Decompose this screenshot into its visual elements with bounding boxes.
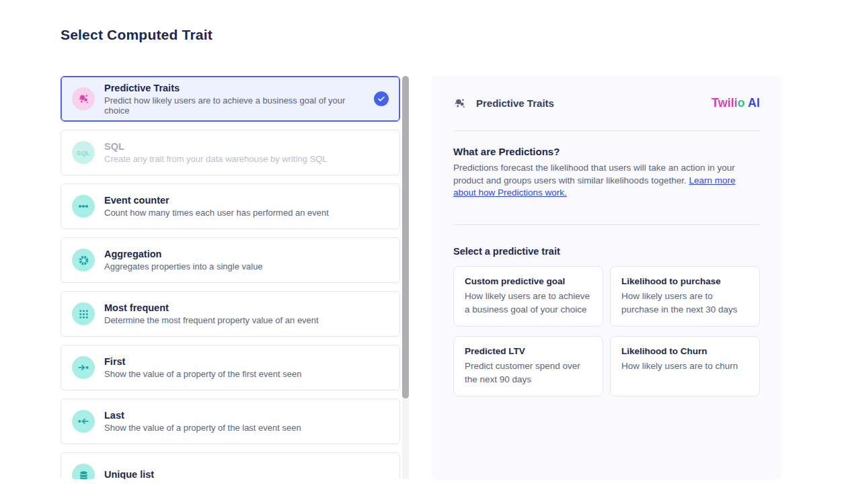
trait-item-text: First Show the value of a property of th… [104,356,301,379]
predictive-trait-card-title: Likelihood to purchase [621,276,748,286]
page-title: Select Computed Trait [61,27,213,43]
predictive-trait-card-description: How likely users are to achieve a busine… [465,290,592,317]
sql-icon: SQL [72,141,95,164]
trait-list-item[interactable]: Event counter Count how many times each … [61,183,400,229]
trait-item-description: Count how many times each user has perfo… [104,208,329,218]
trait-item-title: Most frequent [104,302,319,313]
predictive-trait-grid: Custom predictive goal How likely users … [453,266,760,396]
trait-item-description: Predict how likely users are to achieve … [104,95,364,116]
predictive-trait-card-title: Custom predictive goal [465,276,592,286]
trait-list-item[interactable]: Unique list [61,452,400,479]
trait-list-item[interactable]: Predictive Traits Predict how likely use… [61,76,400,122]
trait-item-text: Unique list [104,469,154,480]
computed-trait-list: Predictive Traits Predict how likely use… [61,76,400,479]
divider [453,130,760,131]
trait-item-description: Show the value of a property of the firs… [104,369,301,379]
trait-item-title: Aggregation [104,249,263,259]
trait-item-text: Aggregation Aggregates properties into a… [104,249,263,271]
predictive-trait-picker-heading: Select a predictive trait [453,246,760,257]
trait-list-item[interactable]: SQL SQL Create any trait from your data … [61,130,400,175]
predictive-trait-card[interactable]: Likelihood to purchase How likely users … [610,266,760,327]
event-counter-icon [72,195,95,218]
trait-item-title: Event counter [104,195,329,206]
trait-list-item[interactable]: Aggregation Aggregates properties into a… [61,237,400,283]
trait-detail-panel: Predictive Traits Twilio AI What are Pre… [432,76,781,479]
predictive-trait-card[interactable]: Predicted LTV Predict customer spend ove… [453,336,603,396]
trait-list-item[interactable]: Last Show the value of a property of the… [61,398,400,444]
first-arrow-icon [72,356,95,379]
detail-panel-title: Predictive Traits [476,97,554,109]
predictive-trait-card[interactable]: Likelihood to Churn How likely users are… [610,336,760,396]
trait-item-title: Unique list [104,469,154,480]
trait-list-item[interactable]: First Show the value of a property of th… [61,345,400,390]
aggregation-gear-icon [72,249,95,271]
trait-item-text: Event counter Count how many times each … [104,195,329,218]
trait-item-description: Determine the most frequent property val… [104,315,319,325]
trait-item-description: Show the value of a property of the last… [104,423,301,433]
selected-check-badge [374,91,389,106]
predictive-trait-card-description: How likely users are to purchase in the … [621,290,748,317]
grid-dots-icon [72,302,95,325]
predictive-trait-card-description: How likely users are to churn [621,360,748,373]
predictive-trait-card-description: Predict customer spend over the next 90 … [465,360,592,386]
trait-item-text: Last Show the value of a property of the… [104,410,301,433]
predictive-trait-card[interactable]: Custom predictive goal How likely users … [453,266,603,327]
trait-item-title: First [104,356,301,367]
trait-item-title: SQL [104,141,328,152]
database-icon [72,464,95,479]
trait-item-description: Aggregates properties into a single valu… [104,261,263,271]
trait-list-scrollbar-thumb[interactable] [402,76,409,398]
trait-item-title: Last [104,410,301,421]
trait-list-scrollbar-track[interactable] [402,76,409,479]
trait-item-title: Predictive Traits [104,83,364,93]
cluster-icon [72,87,95,110]
divider [453,224,760,225]
cluster-icon [453,97,467,110]
about-predictions-body: Predictions forecast the likelihood that… [453,162,760,200]
trait-list-item[interactable]: Most frequent Determine the most frequen… [61,291,400,337]
check-icon [377,95,385,103]
about-predictions-heading: What are Predictions? [453,146,760,157]
trait-item-text: SQL Create any trait from your data ware… [104,141,328,164]
trait-item-text: Predictive Traits Predict how likely use… [104,83,364,116]
predictive-trait-card-title: Likelihood to Churn [621,346,748,356]
trait-item-description: Create any trait from your data warehous… [104,154,328,164]
twilio-ai-logo: Twilio AI [712,96,760,110]
last-arrow-icon [72,410,95,433]
trait-item-text: Most frequent Determine the most frequen… [104,302,319,325]
detail-header: Predictive Traits Twilio AI [453,96,760,110]
predictive-trait-card-title: Predicted LTV [465,346,592,356]
